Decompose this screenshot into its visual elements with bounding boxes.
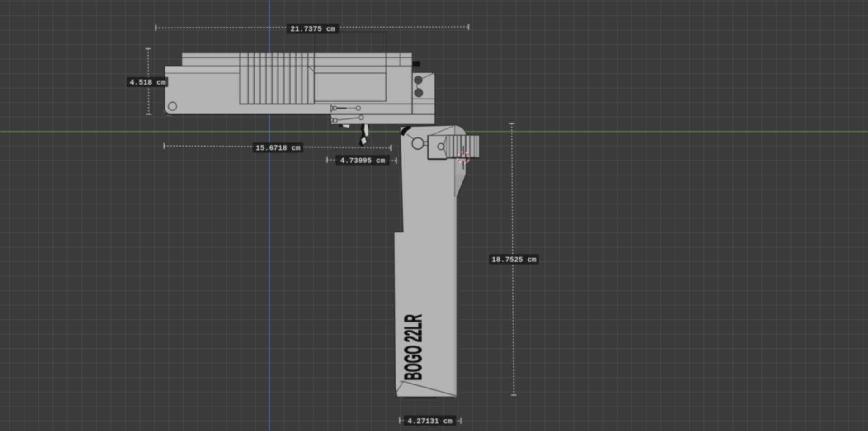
- svg-text:4.73995 cm: 4.73995 cm: [340, 156, 385, 165]
- svg-text:BOGO 22LR: BOGO 22LR: [399, 314, 426, 380]
- svg-text:4.518 cm: 4.518 cm: [130, 78, 165, 87]
- svg-text:21.7375 cm: 21.7375 cm: [290, 25, 335, 33]
- svg-text:18.7525 cm: 18.7525 cm: [491, 256, 536, 264]
- svg-text:4.27131 cm: 4.27131 cm: [407, 417, 452, 426]
- svg-text:15.6718 cm: 15.6718 cm: [255, 144, 300, 152]
